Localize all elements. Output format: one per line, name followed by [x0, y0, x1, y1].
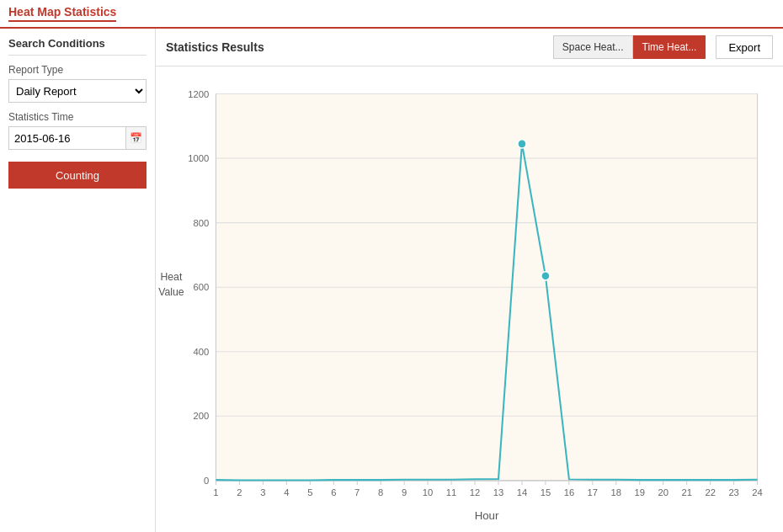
svg-point-69 — [541, 272, 550, 280]
date-input-wrap: 📅 — [8, 126, 146, 150]
statistics-time-input[interactable] — [8, 126, 126, 150]
svg-text:22: 22 — [705, 487, 715, 497]
svg-text:1000: 1000 — [188, 153, 209, 163]
svg-text:8: 8 — [378, 487, 383, 497]
svg-text:4: 4 — [284, 487, 289, 497]
report-type-select[interactable]: Daily Report Weekly Report Monthly Repor… — [8, 79, 146, 103]
svg-text:2: 2 — [237, 487, 242, 497]
app-title: Heat Map Statistics — [8, 5, 116, 22]
svg-text:23: 23 — [728, 487, 738, 497]
content-title: Statistics Results — [166, 40, 553, 54]
sidebar-title: Search Conditions — [8, 37, 146, 56]
svg-text:19: 19 — [635, 487, 645, 497]
svg-text:Heat: Heat — [160, 271, 182, 283]
svg-text:800: 800 — [194, 218, 210, 228]
svg-text:9: 9 — [402, 487, 407, 497]
svg-text:15: 15 — [541, 487, 551, 497]
svg-point-68 — [518, 140, 526, 148]
svg-text:1200: 1200 — [188, 89, 209, 99]
svg-text:5: 5 — [307, 487, 312, 497]
svg-text:13: 13 — [493, 487, 503, 497]
topbar: Statistics Results Space Heat... Time He… — [156, 29, 783, 66]
svg-text:Value: Value — [158, 286, 184, 298]
svg-text:16: 16 — [564, 487, 574, 497]
app-header: Heat Map Statistics — [0, 0, 783, 29]
sidebar: Search Conditions Report Type Daily Repo… — [0, 29, 156, 532]
svg-text:20: 20 — [658, 487, 668, 497]
report-type-group: Report Type Daily Report Weekly Report M… — [8, 64, 146, 103]
tab-space-heat[interactable]: Space Heat... — [553, 35, 633, 59]
svg-text:0: 0 — [204, 476, 209, 486]
svg-text:600: 600 — [194, 282, 210, 292]
svg-text:6: 6 — [331, 487, 336, 497]
svg-text:3: 3 — [260, 487, 265, 497]
main-layout: Search Conditions Report Type Daily Repo… — [0, 29, 783, 532]
export-button[interactable]: Export — [716, 35, 773, 59]
svg-text:12: 12 — [470, 487, 480, 497]
statistics-time-label: Statistics Time — [8, 111, 146, 123]
svg-text:Hour: Hour — [475, 509, 499, 522]
calendar-icon-button[interactable]: 📅 — [126, 126, 146, 150]
svg-text:17: 17 — [588, 487, 598, 497]
svg-text:24: 24 — [752, 487, 762, 497]
svg-text:10: 10 — [423, 487, 433, 497]
content-area: Statistics Results Space Heat... Time He… — [156, 29, 783, 532]
chart-svg: 0200400600800100012001234567891011121314… — [156, 75, 775, 525]
svg-text:1: 1 — [213, 487, 218, 497]
svg-text:11: 11 — [446, 487, 456, 497]
tab-time-heat[interactable]: Time Heat... — [633, 35, 706, 59]
svg-text:21: 21 — [681, 487, 691, 497]
tab-group: Space Heat... Time Heat... — [553, 35, 706, 59]
svg-text:18: 18 — [611, 487, 621, 497]
statistics-time-group: Statistics Time 📅 — [8, 111, 146, 150]
svg-text:7: 7 — [354, 487, 360, 497]
svg-text:14: 14 — [517, 487, 527, 497]
counting-button[interactable]: Counting — [8, 162, 146, 189]
report-type-label: Report Type — [8, 64, 146, 76]
svg-text:200: 200 — [194, 411, 210, 421]
chart-area: 0200400600800100012001234567891011121314… — [156, 66, 783, 532]
svg-text:400: 400 — [194, 347, 210, 357]
